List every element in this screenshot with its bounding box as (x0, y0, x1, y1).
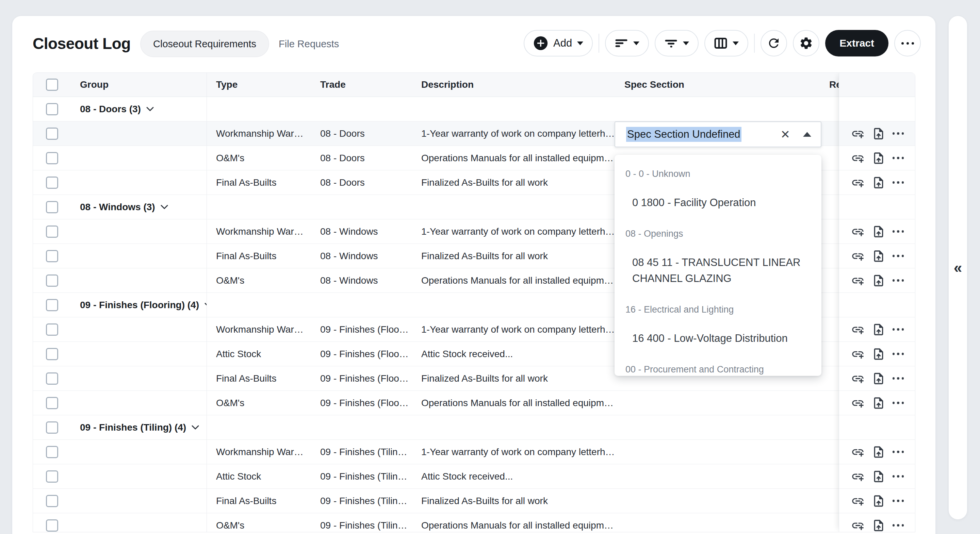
row-checkbox[interactable] (46, 470, 58, 483)
row-more-button[interactable] (892, 377, 904, 380)
add-link-button[interactable] (851, 151, 865, 165)
column-header-description[interactable]: Description (412, 73, 615, 97)
upload-file-button[interactable] (872, 519, 885, 532)
link-plus-icon (851, 347, 865, 361)
column-header-spec-section[interactable]: Spec Section (615, 73, 829, 97)
add-link-button[interactable] (851, 396, 865, 410)
add-link-button[interactable] (851, 445, 865, 459)
dropdown-option[interactable]: 16 400 - Low-Voltage Distribution (632, 331, 811, 346)
row-checkbox[interactable] (46, 250, 58, 262)
chevron-down-icon[interactable] (161, 205, 168, 209)
add-link-button[interactable] (851, 127, 865, 140)
upload-file-button[interactable] (872, 347, 885, 361)
row-more-button[interactable] (892, 500, 904, 502)
add-link-button[interactable] (851, 347, 865, 361)
add-button[interactable]: Add (524, 30, 593, 56)
more-options-button[interactable] (894, 30, 921, 56)
add-link-button[interactable] (851, 323, 865, 336)
upload-file-button[interactable] (872, 396, 885, 410)
spec-section-editor[interactable]: Spec Section Undefined ✕ (614, 121, 821, 147)
row-checkbox[interactable] (46, 397, 58, 409)
dropdown-option[interactable]: 08 45 11 - TRANSLUCENT LINEAR CHANNEL GL… (632, 255, 811, 286)
add-link-button[interactable] (851, 176, 865, 189)
columns-button[interactable] (705, 30, 748, 56)
upload-file-button[interactable] (872, 470, 885, 483)
spec-section-cell[interactable] (615, 440, 829, 464)
row-checkbox[interactable] (46, 299, 58, 311)
add-link-button[interactable] (851, 494, 865, 508)
filter-button[interactable] (655, 30, 698, 56)
row-checkbox[interactable] (46, 421, 58, 434)
row-more-button[interactable] (892, 230, 904, 233)
chevron-down-icon[interactable] (205, 303, 207, 307)
row-checkbox[interactable] (46, 103, 58, 115)
upload-file-button[interactable] (872, 323, 885, 336)
row-checkbox[interactable] (46, 127, 58, 140)
row-checkbox[interactable] (46, 176, 58, 189)
chevron-down-icon[interactable] (146, 107, 154, 111)
caret-up-icon[interactable] (803, 132, 811, 137)
upload-file-button[interactable] (872, 445, 885, 459)
column-header-type[interactable]: Type (207, 73, 311, 97)
add-link-button[interactable] (851, 372, 865, 385)
trade-cell-text: 09 - Finishes (Floo… (320, 324, 409, 335)
row-more-button[interactable] (892, 353, 904, 355)
clear-icon[interactable]: ✕ (781, 129, 791, 140)
column-header-group[interactable]: Group (80, 79, 108, 90)
extract-button[interactable]: Extract (825, 30, 888, 56)
row-more-button[interactable] (892, 181, 904, 184)
upload-file-button[interactable] (872, 127, 885, 140)
add-link-button[interactable] (851, 249, 865, 263)
spec-section-cell[interactable] (615, 489, 829, 513)
row-checkbox[interactable] (46, 446, 58, 458)
row-more-button[interactable] (892, 132, 904, 135)
select-all-checkbox[interactable] (46, 79, 58, 91)
add-link-button[interactable] (851, 274, 865, 288)
chevron-down-icon[interactable] (192, 425, 199, 429)
row-checkbox[interactable] (46, 323, 58, 336)
row-more-button[interactable] (892, 255, 904, 257)
row-more-button[interactable] (892, 475, 904, 478)
collapsed-right-panel[interactable]: « (949, 16, 967, 520)
spec-section-cell[interactable] (615, 391, 829, 415)
column-header-trade[interactable]: Trade (311, 73, 412, 97)
row-more-button[interactable] (892, 402, 904, 404)
row-checkbox[interactable] (46, 152, 58, 164)
tab-file-requests[interactable]: File Requests (274, 38, 344, 50)
upload-file-button[interactable] (872, 274, 885, 288)
row-more-button[interactable] (892, 157, 904, 159)
row-checkbox[interactable] (46, 201, 58, 213)
row-checkbox[interactable] (46, 348, 58, 360)
upload-file-button[interactable] (872, 372, 885, 385)
tab-closeout-requirements[interactable]: Closeout Requirements (140, 30, 269, 57)
trade-cell-text: 09 - Finishes (Floo… (320, 373, 409, 384)
spec-section-cell[interactable] (615, 513, 829, 532)
row-more-button[interactable] (892, 451, 904, 453)
row-checkbox[interactable] (46, 226, 58, 238)
row-more-button[interactable] (892, 328, 904, 331)
row-checkbox[interactable] (46, 495, 58, 507)
upload-file-button[interactable] (872, 151, 885, 165)
spec-section-cell[interactable] (615, 464, 829, 488)
add-link-button[interactable] (851, 225, 865, 238)
add-link-button[interactable] (851, 519, 865, 532)
refresh-button[interactable] (760, 30, 787, 56)
row-more-button[interactable] (892, 524, 904, 526)
link-plus-icon (851, 225, 865, 238)
description-cell: Operations Manuals for all installed equ… (412, 513, 615, 532)
row-more-button[interactable] (892, 279, 904, 281)
link-plus-icon (851, 494, 865, 508)
upload-file-button[interactable] (872, 176, 885, 189)
upload-file-button[interactable] (872, 225, 885, 238)
group-by-button[interactable] (605, 30, 649, 56)
upload-file-button[interactable] (872, 494, 885, 508)
settings-button[interactable] (793, 30, 819, 56)
upload-file-button[interactable] (872, 249, 885, 263)
dropdown-option[interactable]: 0 1800 - Facility Operation (632, 195, 811, 211)
row-checkbox[interactable] (46, 372, 58, 385)
spec-section-editor-value[interactable]: Spec Section Undefined (626, 127, 741, 142)
trade-cell: 09 - Finishes (Tilin… (311, 489, 412, 513)
row-checkbox[interactable] (46, 520, 58, 532)
row-checkbox[interactable] (46, 275, 58, 287)
add-link-button[interactable] (851, 470, 865, 483)
